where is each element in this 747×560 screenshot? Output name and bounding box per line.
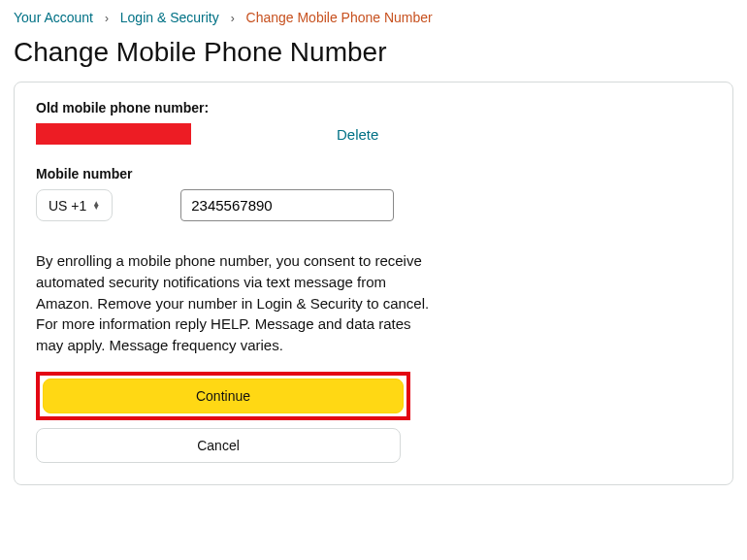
breadcrumb-separator: › xyxy=(231,12,235,25)
breadcrumb-login-security[interactable]: Login & Security xyxy=(120,10,219,25)
phone-number-input[interactable] xyxy=(180,189,394,221)
breadcrumb-your-account[interactable]: Your Account xyxy=(14,10,93,25)
breadcrumb: Your Account › Login & Security › Change… xyxy=(14,10,733,25)
phone-input-row: US +1 ▲▼ xyxy=(36,189,711,221)
country-code-value: US +1 xyxy=(49,198,86,214)
dropdown-caret-icon: ▲▼ xyxy=(92,202,100,210)
page-title: Change Mobile Phone Number xyxy=(14,37,733,68)
cancel-button[interactable]: Cancel xyxy=(36,428,401,463)
delete-link[interactable]: Delete xyxy=(337,126,378,143)
old-number-redacted xyxy=(36,123,191,145)
country-code-select[interactable]: US +1 ▲▼ xyxy=(36,189,113,221)
consent-text: By enrolling a mobile phone number, you … xyxy=(36,250,438,356)
mobile-number-label: Mobile number xyxy=(36,166,711,181)
continue-highlight: Continue xyxy=(36,372,410,420)
breadcrumb-separator: › xyxy=(105,12,109,25)
breadcrumb-current: Change Mobile Phone Number xyxy=(246,10,433,25)
change-phone-panel: Old mobile phone number: Delete Mobile n… xyxy=(14,82,733,485)
continue-button[interactable]: Continue xyxy=(43,379,404,413)
old-number-row: Delete xyxy=(36,123,711,145)
old-number-label: Old mobile phone number: xyxy=(36,100,711,115)
